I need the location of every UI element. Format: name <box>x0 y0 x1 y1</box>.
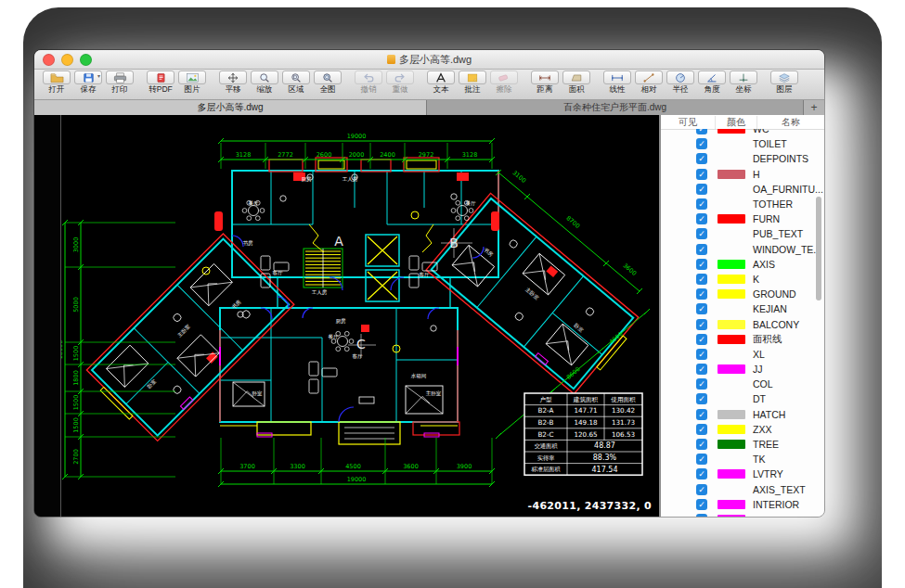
layer-row-TREE[interactable]: ✓TREE <box>661 437 824 452</box>
layer-visible-checkbox[interactable]: ✓ <box>696 393 707 404</box>
layer-color-swatch[interactable] <box>718 379 745 389</box>
layer-color-swatch[interactable] <box>718 350 745 359</box>
toolbar-button-pan[interactable]: 平移 <box>218 70 248 95</box>
layer-row-DEFPOINTS[interactable]: ✓DEFPOINTS <box>661 151 824 166</box>
layer-color-swatch[interactable] <box>718 129 745 134</box>
layer-row-BALCONY[interactable]: ✓BALCONY <box>661 316 824 331</box>
layer-color-swatch[interactable] <box>718 139 745 148</box>
layer-color-swatch[interactable] <box>718 500 745 509</box>
layer-color-swatch[interactable] <box>718 515 745 517</box>
layer-row-TOILET[interactable]: ✓TOILET <box>661 136 824 151</box>
layer-color-swatch[interactable] <box>718 425 745 434</box>
toolbar-button-dim-coord[interactable]: 坐标 <box>729 70 758 95</box>
toolbar-button-image[interactable]: 图片 <box>177 70 207 95</box>
layer-visible-checkbox[interactable]: ✓ <box>696 228 707 239</box>
layer-row-TOTHER[interactable]: ✓TOTHER <box>661 197 824 211</box>
layer-color-swatch[interactable] <box>718 245 745 254</box>
layer-row-K[interactable]: ✓K <box>661 272 824 287</box>
toolbar-button-dim-relative[interactable]: 相对 <box>634 70 664 95</box>
layer-color-swatch[interactable] <box>718 229 745 238</box>
toolbar-button-distance[interactable]: 距离 <box>530 70 560 95</box>
layer-visible-checkbox[interactable]: ✓ <box>696 439 707 450</box>
toolbar-button-layers[interactable]: 图层 <box>769 70 799 95</box>
layer-color-swatch[interactable] <box>718 394 745 403</box>
minimize-button[interactable] <box>61 54 73 66</box>
layer-row-AXIS_TEXT[interactable]: ✓AXIS_TEXT <box>661 482 824 497</box>
toolbar-button-zoom[interactable]: 缩放 <box>250 70 279 95</box>
layer-color-swatch[interactable] <box>718 410 745 419</box>
layer-color-swatch[interactable] <box>718 170 745 179</box>
layer-row-PUB_TEXT[interactable]: ✓PUB_TEXT <box>661 226 824 241</box>
close-button[interactable] <box>43 54 55 66</box>
layer-visible-checkbox[interactable]: ✓ <box>696 274 707 285</box>
layer-visible-checkbox[interactable]: ✓ <box>696 349 707 360</box>
tab-current-file[interactable]: 多层小高等.dwg <box>34 100 427 115</box>
tab-other-file[interactable]: 百余种住宅户形平面.dwg <box>427 100 804 115</box>
layer-visible-checkbox[interactable]: ✓ <box>696 454 707 465</box>
layer-visible-checkbox[interactable]: ✓ <box>696 213 707 224</box>
layer-row-OA_FURNITU...[interactable]: ✓OA_FURNITU... <box>661 182 824 197</box>
new-tab-button[interactable]: + <box>804 100 824 115</box>
layer-visible-checkbox[interactable]: ✓ <box>696 424 707 435</box>
layer-visible-checkbox[interactable]: ✓ <box>696 138 707 149</box>
layer-row-WC[interactable]: ✓WC <box>661 129 824 136</box>
toolbar-button-area[interactable]: 面积 <box>562 70 591 95</box>
layer-row[interactable]: ✓ <box>661 512 824 517</box>
layer-row-FURN[interactable]: ✓FURN <box>661 211 824 226</box>
toolbar-button-open-folder[interactable]: 打开 <box>42 70 71 95</box>
layer-row-GROUND[interactable]: ✓GROUND <box>661 287 824 301</box>
layer-visible-checkbox[interactable]: ✓ <box>696 364 707 375</box>
layer-visible-checkbox[interactable]: ✓ <box>696 288 707 300</box>
layer-visible-checkbox[interactable]: ✓ <box>696 303 707 314</box>
layer-row-DT[interactable]: ✓DT <box>661 391 824 406</box>
layer-color-swatch[interactable] <box>718 440 745 449</box>
toolbar-button-pdf[interactable]: 转PDF <box>146 70 175 95</box>
layer-visible-checkbox[interactable]: ✓ <box>696 334 707 345</box>
layer-color-swatch[interactable] <box>718 485 745 494</box>
layer-row-ZXX[interactable]: ✓ZXX <box>661 422 824 437</box>
layer-visible-checkbox[interactable]: ✓ <box>696 198 707 210</box>
layer-visible-checkbox[interactable]: ✓ <box>696 484 707 495</box>
layer-color-swatch[interactable] <box>718 320 745 329</box>
maximize-button[interactable] <box>80 54 92 66</box>
layer-row-WINDOW_TE...[interactable]: ✓WINDOW_TE... <box>661 242 824 257</box>
layer-color-swatch[interactable] <box>718 185 745 194</box>
layer-visible-checkbox[interactable]: ✓ <box>696 184 707 195</box>
toolbar-button-text[interactable]: 文本 <box>426 70 456 95</box>
layer-row-XL[interactable]: ✓XL <box>661 347 824 362</box>
toolbar-button-zoom-all[interactable]: 全图 <box>313 70 343 95</box>
layer-row-TK[interactable]: ✓TK <box>661 452 824 467</box>
layer-visible-checkbox[interactable]: ✓ <box>696 244 707 255</box>
layer-color-swatch[interactable] <box>718 364 745 374</box>
layer-row-COL[interactable]: ✓COL <box>661 377 824 391</box>
layer-visible-checkbox[interactable]: ✓ <box>696 129 707 134</box>
layer-row-INTERIOR[interactable]: ✓INTERIOR <box>661 497 824 512</box>
layer-visible-checkbox[interactable]: ✓ <box>696 514 707 517</box>
layer-row-LVTRY[interactable]: ✓LVTRY <box>661 467 824 481</box>
drawing-canvas[interactable]: 卧室主卧室书房 书房主卧室卧室 <box>34 115 659 517</box>
layer-color-swatch[interactable] <box>718 304 745 313</box>
panel-scrollbar-thumb[interactable] <box>816 197 821 300</box>
layer-row-AXIS[interactable]: ✓AXIS <box>661 257 824 272</box>
layer-row-KEJIAN[interactable]: ✓KEJIAN <box>661 301 824 316</box>
layer-color-swatch[interactable] <box>718 335 745 344</box>
toolbar-button-zoom-region[interactable]: 区域 <box>281 70 311 95</box>
layer-color-swatch[interactable] <box>718 275 745 284</box>
toolbar-button-printer[interactable]: 打印 <box>105 70 135 95</box>
layer-visible-checkbox[interactable]: ✓ <box>696 378 707 390</box>
toolbar-button-note[interactable]: 批注 <box>458 70 487 95</box>
layer-row-JJ[interactable]: ✓JJ <box>661 362 824 377</box>
layer-color-swatch[interactable] <box>718 469 745 479</box>
layer-visible-checkbox[interactable]: ✓ <box>696 499 707 510</box>
layer-row-H[interactable]: ✓H <box>661 167 824 182</box>
layer-color-swatch[interactable] <box>718 260 745 269</box>
layer-visible-checkbox[interactable]: ✓ <box>696 319 707 330</box>
layer-color-swatch[interactable] <box>718 454 745 464</box>
layer-visible-checkbox[interactable]: ✓ <box>696 409 707 420</box>
layer-row-面积线[interactable]: ✓面积线 <box>661 332 824 347</box>
toolbar-button-dim-linear[interactable]: 线性 <box>602 70 632 95</box>
toolbar-button-dim-angle[interactable]: 角度 <box>697 70 727 95</box>
layer-color-swatch[interactable] <box>718 289 745 299</box>
layer-color-swatch[interactable] <box>718 199 745 209</box>
layer-visible-checkbox[interactable]: ✓ <box>696 153 707 164</box>
